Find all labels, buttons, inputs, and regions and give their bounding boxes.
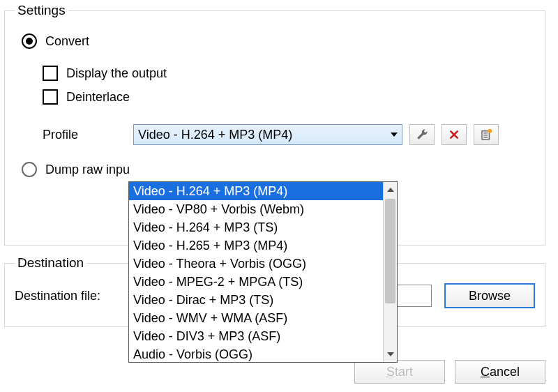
profile-option[interactable]: Video - H.265 + MP3 (MP4) — [129, 236, 383, 255]
convert-label: Convert — [45, 34, 89, 49]
profile-option[interactable]: Video - Theora + Vorbis (OGG) — [129, 255, 383, 273]
profile-option[interactable]: Video - VP80 + Vorbis (Webm) — [129, 200, 383, 218]
profile-option[interactable]: Audio - Vorbis (OGG) — [129, 345, 383, 362]
svg-rect-0 — [482, 131, 490, 140]
profile-dropdown-list[interactable]: Video - H.264 + MP3 (MP4)Video - VP80 + … — [128, 181, 398, 363]
scroll-thumb[interactable] — [385, 199, 395, 303]
dialog-buttons: Start Cancel — [345, 360, 545, 384]
wrench-icon — [416, 128, 428, 141]
new-profile-button[interactable] — [474, 124, 499, 145]
browse-button-label: Browse — [469, 289, 511, 303]
delete-profile-button[interactable] — [442, 124, 467, 145]
display-output-checkbox[interactable] — [43, 66, 58, 81]
scroll-down-button[interactable] — [384, 347, 397, 362]
edit-profile-button[interactable] — [409, 124, 435, 145]
profile-option[interactable]: Video - H.264 + MP3 (MP4) — [129, 182, 383, 200]
profile-option[interactable]: Video - DIV3 + MP3 (ASF) — [129, 327, 383, 345]
dump-raw-radio[interactable] — [22, 162, 37, 177]
cancel-button[interactable]: Cancel — [455, 360, 545, 384]
start-button[interactable]: Start — [354, 360, 445, 384]
deinterlace-label: Deinterlace — [66, 90, 130, 105]
destination-legend: Destination — [15, 255, 86, 271]
dump-raw-label: Dump raw input — [45, 163, 129, 177]
profile-option[interactable]: Video - MPEG-2 + MPGA (TS) — [129, 273, 383, 291]
profile-dropdown[interactable]: Video - H.264 + MP3 (MP4) — [133, 124, 402, 145]
settings-legend: Settings — [15, 3, 68, 18]
chevron-down-icon — [391, 133, 398, 137]
display-output-label: Display the output — [66, 66, 167, 81]
deinterlace-checkbox[interactable] — [43, 89, 58, 105]
profile-option[interactable]: Video - Dirac + MP3 (TS) — [129, 291, 383, 309]
profile-selected-value: Video - H.264 + MP3 (MP4) — [138, 128, 292, 142]
browse-button[interactable]: Browse — [444, 283, 535, 308]
dropdown-scrollbar[interactable] — [383, 182, 397, 362]
profile-option[interactable]: Video - H.264 + MP3 (TS) — [129, 218, 383, 236]
scroll-up-button[interactable] — [384, 182, 397, 197]
destination-file-label: Destination file: — [15, 289, 129, 303]
convert-radio[interactable] — [22, 33, 37, 49]
profile-option[interactable]: Video - WMV + WMA (ASF) — [129, 309, 383, 327]
profile-label: Profile — [43, 128, 133, 142]
svg-point-4 — [488, 129, 492, 133]
cancel-button-label: Cancel — [481, 365, 520, 379]
start-button-label: Start — [386, 365, 413, 379]
new-profile-icon — [480, 128, 492, 141]
delete-icon — [448, 129, 460, 140]
